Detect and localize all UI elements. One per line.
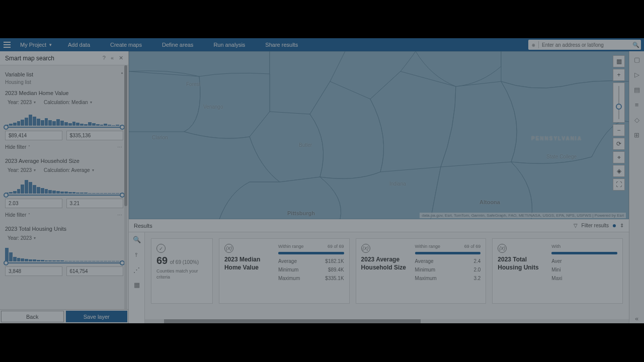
year-select[interactable]: Year: 2023▾ [5, 166, 38, 174]
map-label: Clarion [152, 135, 168, 140]
sidebar-scrollbar[interactable] [124, 65, 127, 309]
results-header: Results ▽ Filter results ⇕ [129, 219, 629, 232]
basemap-icon[interactable]: ▦ [613, 55, 625, 67]
rail-icon-6[interactable]: ⊞ [632, 130, 642, 140]
map-attribution: data.pa.gov, Esri, TomTom, Garmin, SafeG… [420, 213, 626, 218]
sidebar-header: Smart map search ? « ✕ [0, 51, 128, 65]
metric-card: {X} 2023 Total Housing Units With AverMi… [492, 238, 623, 304]
hide-filter-toggle[interactable]: Hide filter˄⋯ [5, 142, 123, 152]
nav-create-maps[interactable]: Create maps [100, 38, 152, 51]
metric-card: {X} 2023 Median Home Value Within range6… [219, 238, 350, 304]
year-select[interactable]: Year: 2023▾ [5, 98, 38, 107]
results-panel: Results ▽ Filter results ⇕ 🔍 ⫯ ⋰ ▦ ✓ 69 … [129, 219, 629, 323]
results-tabs: 🔍 ⫯ ⋰ ▦ [129, 232, 145, 323]
variable-block: 2023 Median Home Value Year: 2023▾ Calcu… [5, 88, 123, 152]
map-label: Altoona [479, 199, 500, 205]
variable-title: 2023 Average Household Size [5, 156, 123, 166]
nav-add-data[interactable]: Add data [58, 38, 100, 51]
help-icon[interactable]: ? [103, 55, 106, 61]
nav-share-results[interactable]: Share results [255, 38, 308, 51]
save-layer-button[interactable]: Save layer [66, 311, 128, 322]
slider-handle-min[interactable] [4, 260, 9, 265]
check-icon: ✓ [156, 244, 166, 253]
histogram-slider[interactable] [5, 244, 123, 264]
right-rail: ▢ ▷ ▤ ≡ ◇ ⊞ « [629, 51, 644, 323]
variable-icon: {X} [224, 244, 233, 253]
variable-icon: {X} [498, 244, 507, 253]
search-input[interactable] [539, 42, 631, 48]
zoom-out-button[interactable]: − [613, 124, 625, 136]
range-min-input[interactable]: $89,414 [5, 131, 62, 140]
map-label: Indiana [389, 181, 406, 187]
map-view[interactable]: ForestVenangoClarionButlerIndianaAltoona… [129, 51, 629, 219]
variable-block: 2023 Average Household Size Year: 2023▾ … [5, 156, 123, 220]
search-box[interactable]: ⎈ 🔍 [528, 40, 641, 50]
nav-define-areas[interactable]: Define areas [152, 38, 203, 51]
rail-collapse-icon[interactable]: « [632, 313, 642, 323]
histogram-slider[interactable] [5, 176, 123, 197]
stat-row: Maximum3.2 [415, 276, 481, 281]
map-label: Venango [203, 104, 223, 110]
range-max-input[interactable]: 614,754 [66, 266, 124, 276]
stat-row: Average2.4 [415, 258, 481, 264]
home-icon[interactable]: ⟳ [613, 138, 625, 150]
range-max-input[interactable]: $335,136 [66, 131, 124, 140]
range-max-input[interactable]: 3.21 [66, 199, 124, 208]
rail-icon-3[interactable]: ▤ [632, 84, 642, 95]
results-scrollbar[interactable] [145, 319, 629, 323]
tab-scatter-icon[interactable]: ⋰ [129, 262, 144, 278]
menu-icon[interactable] [0, 38, 14, 51]
zoom-in-button[interactable]: + [613, 69, 625, 81]
rail-icon-1[interactable]: ▢ [632, 54, 642, 64]
stat-row: Minimum$89.4K [278, 267, 344, 273]
rail-icon-4[interactable]: ≡ [632, 100, 642, 110]
project-selector[interactable]: My Project▾ [14, 42, 58, 48]
rail-icon-5[interactable]: ◇ [632, 115, 642, 125]
chevron-down-icon: ▾ [49, 42, 52, 47]
map-label: Pittsburgh [287, 210, 315, 216]
nav-run-analysis[interactable]: Run analysis [203, 38, 255, 51]
map-controls: ▦ + − ⟳ ⌖ ◈ ⛶ [613, 55, 626, 191]
variable-list-sub: Housing list [5, 79, 123, 85]
map-label: Butler [299, 142, 312, 148]
stat-row: Maxi [551, 276, 617, 281]
chevron-up-icon: ˄ [121, 72, 123, 77]
compass-icon[interactable]: ◈ [613, 165, 625, 177]
slider-handle-min[interactable] [4, 193, 9, 198]
range-min-input[interactable]: 3,848 [5, 266, 62, 276]
zoom-slider[interactable] [613, 82, 625, 123]
calc-select[interactable]: Calculation: Average▾ [41, 166, 97, 174]
summary-card: ✓ 69 of 69 (100%) Counties match your cr… [151, 238, 213, 304]
filter-icon[interactable]: ▽ [574, 223, 578, 228]
stat-row: Mini [551, 267, 617, 273]
top-nav: Add data Create maps Define areas Run an… [58, 38, 308, 51]
progress-bar [551, 252, 617, 254]
results-expand-icon[interactable]: ⇕ [620, 223, 624, 228]
progress-bar [278, 252, 344, 254]
back-button[interactable]: Back [1, 311, 64, 322]
calc-select[interactable]: Calculation: Median▾ [41, 98, 95, 107]
histogram-slider[interactable] [5, 109, 123, 129]
close-icon[interactable]: ✕ [119, 55, 123, 61]
sidebar-body: Variable list˄ Housing list 2023 Median … [0, 65, 128, 309]
top-bar: My Project▾ Add data Create maps Define … [0, 38, 644, 51]
year-select[interactable]: Year: 2023▾ [5, 234, 38, 242]
rail-icon-2[interactable]: ▷ [632, 69, 642, 79]
slider-handle-min[interactable] [4, 125, 9, 130]
range-min-input[interactable]: 2.03 [5, 199, 62, 208]
tab-zoom-icon[interactable]: 🔍 [129, 232, 144, 247]
stat-row: Aver [551, 258, 617, 264]
variable-block: 2023 Total Housing Units Year: 2023▾ 3,8… [5, 224, 123, 276]
variable-title: 2023 Median Home Value [5, 88, 123, 98]
fullscreen-icon[interactable]: ⛶ [613, 178, 625, 191]
tab-chart-icon[interactable]: ⫯ [129, 247, 144, 262]
collapse-icon[interactable]: « [111, 55, 114, 61]
metric-title: 2023 Median Home Value [224, 256, 272, 272]
stat-row: Average$182.1K [278, 258, 344, 264]
hide-filter-toggle[interactable]: Hide filter˄⋯ [5, 210, 123, 220]
tab-table-icon[interactable]: ▦ [129, 278, 144, 293]
variable-list-header[interactable]: Variable list˄ [5, 69, 123, 79]
search-icon[interactable]: 🔍 [631, 42, 641, 48]
filter-results-button[interactable]: Filter results [582, 223, 609, 228]
locate-icon[interactable]: ⌖ [613, 151, 625, 163]
